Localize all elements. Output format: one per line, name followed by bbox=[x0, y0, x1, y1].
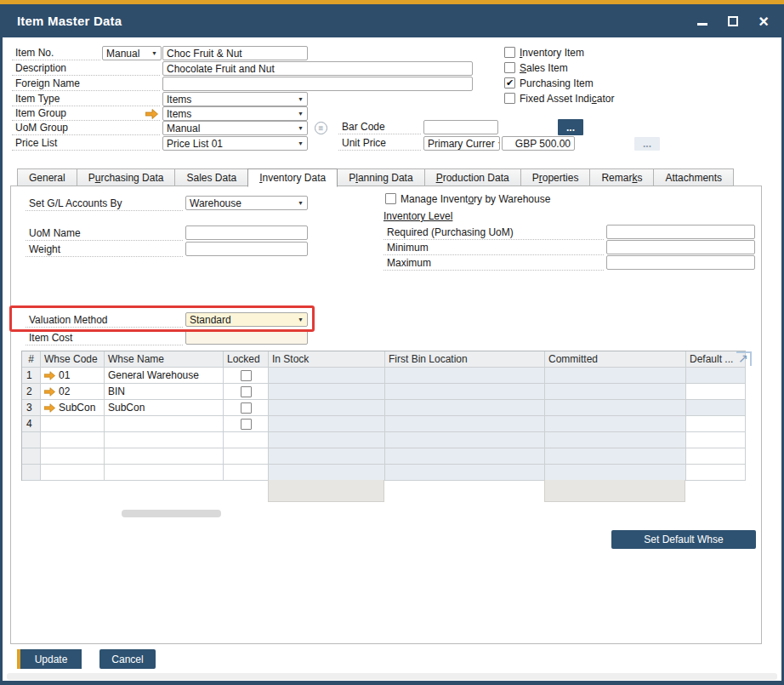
tab-production-data[interactable]: Production Data bbox=[424, 168, 521, 186]
item-no-input[interactable] bbox=[162, 46, 308, 60]
minimum-input[interactable] bbox=[606, 240, 755, 254]
set-default-whse-button[interactable]: Set Default Whse bbox=[611, 530, 756, 549]
foreign-name-input[interactable] bbox=[162, 77, 473, 91]
valuation-method-label: Valuation Method bbox=[26, 313, 183, 328]
bar-code-label: Bar Code bbox=[338, 120, 421, 134]
cancel-button[interactable]: Cancel bbox=[99, 649, 156, 669]
link-arrow-icon[interactable] bbox=[44, 403, 55, 413]
update-button[interactable]: Update bbox=[17, 649, 82, 669]
in-stock-cell bbox=[269, 432, 385, 448]
check-mark-icon: ✔ bbox=[506, 78, 514, 88]
committed-cell bbox=[545, 400, 686, 416]
tab-purchasing-data[interactable]: Purchasing Data bbox=[77, 168, 176, 186]
expand-table-icon[interactable]: ↗ bbox=[736, 351, 752, 366]
maximize-icon[interactable] bbox=[726, 14, 740, 28]
maximum-input[interactable] bbox=[606, 255, 755, 270]
col-header-locked[interactable]: Locked bbox=[224, 351, 269, 368]
tab-general[interactable]: General bbox=[17, 168, 77, 186]
whse-code-cell[interactable]: 02 bbox=[41, 384, 105, 400]
required-input[interactable] bbox=[606, 225, 755, 239]
unit-price-input[interactable] bbox=[502, 136, 575, 151]
item-cost-input[interactable] bbox=[185, 330, 308, 345]
whse-code-cell[interactable]: 01 bbox=[41, 368, 105, 384]
item-type-label: Item Type bbox=[12, 92, 160, 106]
unit-price-currency-select[interactable]: Primary Currer ▼ bbox=[423, 136, 500, 151]
uom-group-select[interactable]: Manual ▼ bbox=[162, 121, 308, 135]
unit-price-browse-button[interactable]: ... bbox=[634, 137, 660, 151]
minimize-icon[interactable] bbox=[696, 14, 709, 28]
first-bin-cell bbox=[385, 432, 545, 448]
default-cell[interactable] bbox=[686, 416, 746, 432]
inventory-item-checkbox[interactable] bbox=[504, 47, 515, 58]
table-horizontal-scrollbar[interactable] bbox=[122, 510, 221, 517]
whse-name-cell[interactable]: BIN bbox=[105, 384, 224, 400]
default-cell bbox=[686, 465, 746, 481]
valuation-method-select[interactable]: Standard ▼ bbox=[185, 312, 308, 327]
bar-code-input[interactable] bbox=[423, 120, 498, 134]
col-header-committed[interactable]: Committed bbox=[545, 351, 686, 368]
chevron-down-icon: ▼ bbox=[298, 125, 304, 131]
whse-code-cell[interactable]: SubCon bbox=[41, 400, 105, 416]
row-number bbox=[22, 465, 41, 481]
tab-sales-data[interactable]: Sales Data bbox=[174, 168, 248, 186]
uom-name-input[interactable] bbox=[185, 225, 308, 240]
bar-code-browse-button[interactable]: ... bbox=[558, 119, 583, 135]
whse-code-cell[interactable] bbox=[41, 416, 105, 432]
row-number[interactable]: 2 bbox=[22, 384, 41, 400]
item-group-select[interactable]: Items ▼ bbox=[162, 106, 308, 121]
in-stock-cell bbox=[269, 448, 385, 465]
whse-name-cell[interactable]: General Warehouse bbox=[105, 368, 224, 384]
col-header-row-number[interactable]: # bbox=[22, 351, 41, 368]
description-input[interactable] bbox=[162, 61, 473, 76]
whse-code-cell bbox=[41, 432, 105, 448]
col-header-in-stock[interactable]: In Stock bbox=[269, 351, 385, 368]
default-cell bbox=[686, 448, 746, 465]
default-cell[interactable] bbox=[686, 384, 746, 400]
tab-planning-data[interactable]: Planning Data bbox=[337, 168, 424, 186]
col-header-whse-code[interactable]: Whse Code bbox=[41, 351, 105, 368]
whse-name-cell[interactable] bbox=[105, 416, 224, 432]
description-label: Description bbox=[12, 61, 160, 76]
uom-detail-icon[interactable]: ≡ bbox=[315, 122, 327, 134]
tab-inventory-data[interactable]: Inventory Data bbox=[247, 168, 338, 187]
locked-checkbox[interactable] bbox=[241, 386, 252, 397]
link-arrow-icon[interactable] bbox=[145, 109, 158, 119]
committed-cell bbox=[545, 448, 686, 465]
first-bin-cell bbox=[385, 384, 545, 400]
inventory-level-heading: Inventory Level bbox=[383, 210, 452, 222]
item-no-type-select[interactable]: Manual ▼ bbox=[102, 46, 162, 60]
first-bin-cell bbox=[385, 416, 545, 432]
foreign-name-label: Foreign Name bbox=[12, 77, 160, 91]
col-header-whse-name[interactable]: Whse Name bbox=[105, 351, 224, 368]
item-type-select[interactable]: Items ▼ bbox=[162, 92, 308, 106]
row-number[interactable]: 3 bbox=[22, 400, 41, 416]
weight-input[interactable] bbox=[185, 242, 308, 256]
row-number[interactable]: 4 bbox=[22, 416, 41, 432]
tab-attachments[interactable]: Attachments bbox=[653, 168, 734, 186]
chevron-down-icon: ▼ bbox=[298, 317, 304, 323]
col-header-first-bin[interactable]: First Bin Location bbox=[385, 351, 545, 368]
fixed-asset-label: Fixed Asset Indicator bbox=[520, 93, 614, 106]
close-icon[interactable]: × bbox=[757, 14, 770, 28]
in-stock-cell bbox=[269, 384, 385, 400]
fixed-asset-checkbox[interactable] bbox=[504, 93, 515, 104]
sales-item-checkbox[interactable] bbox=[504, 62, 515, 73]
whse-name-cell[interactable]: SubCon bbox=[105, 400, 224, 416]
tab-properties[interactable]: Properties bbox=[520, 168, 591, 186]
locked-checkbox[interactable] bbox=[241, 370, 252, 381]
row-number[interactable]: 1 bbox=[22, 368, 41, 384]
chevron-down-icon: ▼ bbox=[497, 140, 500, 146]
tab-remarks[interactable]: Remarks bbox=[589, 168, 654, 186]
unit-price-currency-value: Primary Currer bbox=[428, 138, 495, 150]
gl-accounts-select[interactable]: Warehouse ▼ bbox=[185, 196, 308, 210]
price-list-value: Price List 01 bbox=[167, 138, 223, 150]
chevron-down-icon: ▼ bbox=[151, 50, 157, 56]
price-list-select[interactable]: Price List 01 ▼ bbox=[162, 136, 308, 151]
locked-checkbox[interactable] bbox=[241, 402, 252, 414]
locked-checkbox[interactable] bbox=[241, 419, 252, 430]
purchasing-item-checkbox[interactable]: ✔ bbox=[504, 77, 515, 88]
manage-by-warehouse-checkbox[interactable] bbox=[385, 193, 396, 204]
titlebar[interactable]: Item Master Data bbox=[0, 4, 784, 37]
link-arrow-icon[interactable] bbox=[44, 387, 55, 397]
link-arrow-icon[interactable] bbox=[44, 371, 55, 380]
